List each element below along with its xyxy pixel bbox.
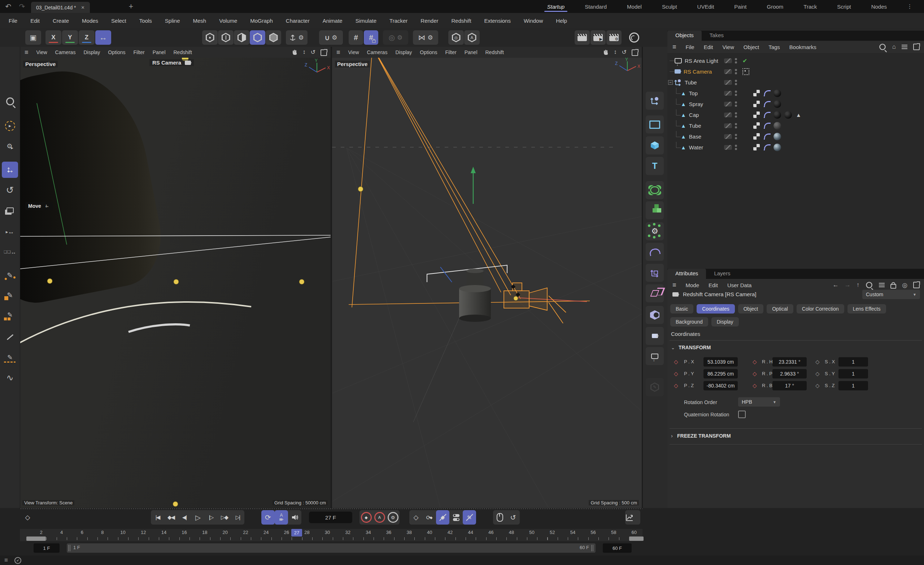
range-slider[interactable]: 1 F 60 F [67,543,596,553]
pan-hand-icon[interactable] [292,49,298,55]
collapse-box-icon[interactable]: − [668,80,673,85]
dolly-icon[interactable]: ↕ [303,49,306,56]
objects-menu-file[interactable]: File [686,44,694,50]
playhead[interactable]: 27 [291,529,302,537]
parent-up-icon[interactable]: ↑ [856,282,860,289]
texture-mode-button[interactable] [266,30,281,45]
record-keyframe-button[interactable]: ◆ [360,510,373,525]
object-row-tube-parent[interactable]: − Tube [668,77,924,88]
menu-tracker[interactable]: Tracker [387,16,410,25]
move-tool-icon[interactable]: ↔↔ [2,162,18,178]
timeline-ruler[interactable]: 2468101214161820222426283032343638404244… [20,529,642,541]
current-frame-field[interactable]: 27 F [309,512,352,523]
toggle-layout-icon[interactable] [632,49,638,56]
workspace-tab-startup[interactable]: Startup [546,1,565,13]
viewport-menu-icon[interactable]: ≡ [24,49,28,56]
search-icon[interactable] [866,282,872,288]
object-row-base[interactable]: ▲ Base [668,131,924,142]
deformer-bend-icon[interactable] [646,243,664,261]
phong-tag-icon[interactable] [764,123,771,129]
p-y-field[interactable]: 86.2295 cm [704,369,738,378]
visibility-dots[interactable] [735,58,737,63]
range-end-field[interactable]: 60 F [603,543,632,553]
viewport-menu-icon[interactable]: ≡ [336,49,340,56]
tab-objects[interactable]: Objects [668,31,702,41]
brush-icon[interactable] [2,329,18,345]
compositing-tag-icon[interactable] [753,144,760,150]
timeline-drag-handle[interactable] [20,508,642,510]
tab-lens-effects[interactable]: Lens Effects [848,304,886,313]
compositing-tag-icon[interactable] [753,100,760,107]
render-view-button[interactable] [574,30,590,45]
vp-menu-redshift[interactable]: Redshift [486,49,504,55]
symmetry-button[interactable]: ⋈ ⚙ [413,30,438,45]
subdivision-surface-icon[interactable] [646,181,664,199]
camera-create-icon[interactable] [646,327,664,345]
toggle-layout-icon[interactable] [321,49,327,56]
null-axis-icon[interactable] [646,91,664,110]
points-mode-button[interactable] [202,30,218,45]
transform-group-header[interactable]: ⌄ TRANSFORM [671,345,711,350]
menu-modes[interactable]: Modes [80,16,100,25]
visibility-dots[interactable] [735,123,737,129]
menu-select[interactable]: Select [109,16,129,25]
tab-color-correction[interactable]: Color Correction [796,304,844,313]
menu-character[interactable]: Character [284,16,312,25]
phong-tag-icon[interactable] [764,90,771,96]
vp-menu-view[interactable]: View [36,49,47,55]
object-name[interactable]: Water [689,144,703,150]
previous-frame-button[interactable]: ◀| [178,510,191,525]
keyframe-diamond-icon[interactable]: ◇ [753,359,757,365]
keyframe-hexagon-button[interactable]: ◎ [448,30,464,45]
s-y-field[interactable]: 1 [838,369,868,378]
quantize-lock-button[interactable]: # [364,30,378,45]
workspace-menu-kebab-icon[interactable]: ⋮ [906,0,913,13]
previous-key-button[interactable]: ◆◀ [164,510,178,525]
menu-mesh[interactable]: Mesh [191,16,208,25]
compositing-tag-icon[interactable] [753,111,760,118]
vp-menu-display[interactable]: Display [83,49,100,55]
field-hexagon-icon[interactable] [646,306,664,324]
layer-toggle[interactable] [724,91,732,96]
axis-cube-icon[interactable] [646,264,664,282]
viewport-right[interactable]: ≡ View Cameras Display Options Filter Pa… [332,47,642,508]
undo-icon[interactable]: ↶ [3,1,14,12]
pen-cubes-icon[interactable]: ✎ [2,307,18,323]
autokey-hexagon-button[interactable]: A [464,30,480,45]
viewport-layout-button[interactable]: ▣ [25,30,41,45]
keyframe-diamond-icon[interactable]: ◇ [753,370,757,377]
pen-disable-button[interactable]: ✎ [463,510,476,525]
fcurve-button[interactable] [625,510,640,525]
key-cycle-button[interactable]: ⟳◆ [423,510,436,525]
workspace-tab-track[interactable]: Track [803,1,818,13]
filter-icon[interactable] [902,45,908,49]
layer-toggle[interactable] [724,145,732,150]
layer-toggle[interactable] [724,134,732,139]
rotation-order-dropdown[interactable]: HPB▼ [738,397,780,407]
vp-menu-options[interactable]: Options [108,49,125,55]
mograph-gear-icon[interactable]: ⚙ [646,222,664,240]
material-tag-icon[interactable] [784,111,792,119]
keying-settings-button[interactable]: ⚙ [386,510,399,525]
viewport-right-canvas[interactable]: Y X Z Perspective Grid Spacing : 500 cm [332,58,642,508]
r-h-field[interactable]: 23.2331 ° [772,357,807,367]
object-name[interactable]: Top [689,90,698,96]
keyframe-diamond-icon[interactable]: ◇ [815,382,820,389]
text-object-icon[interactable]: T [646,157,664,175]
tab-basic[interactable]: Basic [670,304,693,313]
object-name[interactable]: RS Area Light [685,58,718,64]
workspace-tab-groom[interactable]: Groom [766,1,784,13]
volume-cubes-icon[interactable] [646,201,664,219]
mouse-icon[interactable] [493,510,506,525]
filter-icon[interactable] [879,283,885,287]
object-row-spray[interactable]: ▲ Spray [668,99,924,109]
s-x-field[interactable]: 1 [838,357,868,367]
layer-toggle[interactable] [724,112,732,117]
objects-menu-edit[interactable]: Edit [704,44,713,50]
camera-target-tag-icon[interactable] [742,68,749,75]
vp-menu-panel[interactable]: Panel [153,49,166,55]
workspace-tab-model[interactable]: Model [626,1,642,13]
render-settings-button[interactable]: ⚙ [606,30,621,45]
active-camera-chip[interactable]: RS Camera [149,59,194,66]
p-z-field[interactable]: -80.3402 cm [704,381,738,390]
